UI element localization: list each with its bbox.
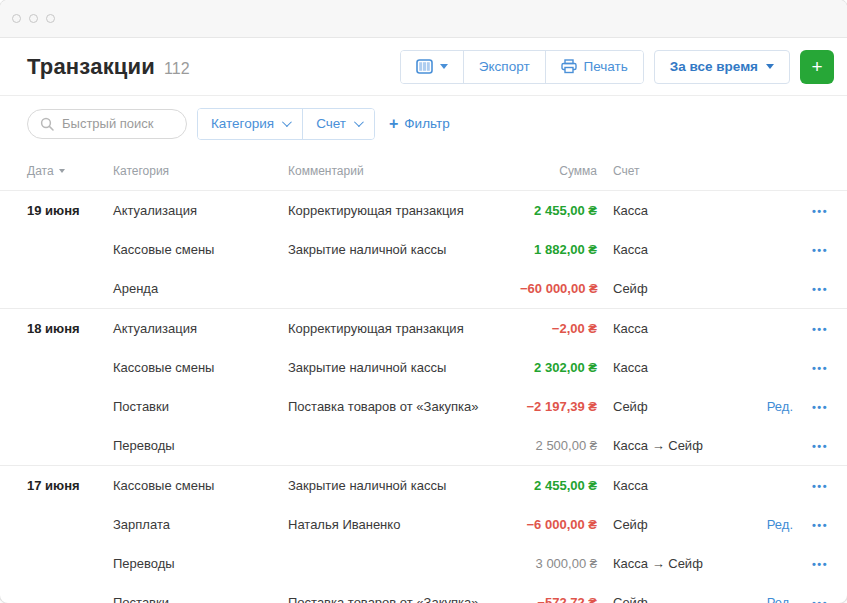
row-category: Поставки <box>113 595 288 603</box>
row-amount: 2 455,00 ₴ <box>520 203 597 218</box>
row-account: Касса <box>613 242 750 257</box>
search-box[interactable] <box>27 109 187 139</box>
add-filter-button[interactable]: + Фильтр <box>389 115 450 133</box>
row-amount: 1 882,00 ₴ <box>520 242 597 257</box>
row-comment: Корректирующая транзакция <box>288 203 520 218</box>
row-menu-button[interactable]: ••• <box>793 283 828 295</box>
row-category: Переводы <box>113 438 288 453</box>
row-category: Актуализация <box>113 321 288 336</box>
row-amount: 2 500,00 ₴ <box>520 438 597 453</box>
row-menu-button[interactable]: ••• <box>793 440 828 452</box>
transaction-row[interactable]: Кассовые сменыЗакрытие наличной кассы1 8… <box>0 230 847 269</box>
row-amount: 2 302,00 ₴ <box>520 360 597 375</box>
row-comment: Корректирующая транзакция <box>288 321 520 336</box>
row-menu-button[interactable]: ••• <box>793 597 828 603</box>
print-button[interactable]: Печать <box>546 51 643 83</box>
category-filter-dropdown[interactable]: Категория <box>198 109 303 139</box>
columns-settings-button[interactable] <box>401 51 464 83</box>
window-titlebar <box>0 0 847 38</box>
page-title: Транзакции <box>27 54 155 80</box>
row-account: Касса → Сейф <box>613 556 750 571</box>
row-date: 19 июня <box>27 203 113 218</box>
row-date: 17 июня <box>27 478 113 493</box>
row-amount: −6 000,00 ₴ <box>520 517 597 532</box>
row-account: Касса → Сейф <box>613 438 750 453</box>
row-category: Кассовые смены <box>113 242 288 257</box>
transaction-row[interactable]: ЗарплатаНаталья Иваненко−6 000,00 ₴СейфР… <box>0 505 847 544</box>
table-header-row: Дата Категория Комментарий Сумма Счет <box>0 151 847 191</box>
row-menu-button[interactable]: ••• <box>793 480 828 492</box>
row-amount: −60 000,00 ₴ <box>520 281 597 296</box>
plus-icon: + <box>811 57 822 76</box>
period-dropdown[interactable]: За все время <box>654 50 790 84</box>
row-account: Сейф <box>613 399 750 414</box>
search-input[interactable] <box>62 116 174 131</box>
transaction-row[interactable]: Переводы3 000,00 ₴Касса → Сейф••• <box>0 544 847 583</box>
filter-bar: Категория Счет + Фильтр <box>0 96 847 151</box>
transaction-row[interactable]: 19 июняАктуализацияКорректирующая транза… <box>0 191 847 230</box>
row-comment: Поставка товаров от «Закупка» <box>288 399 520 414</box>
row-comment: Наталья Иваненко <box>288 517 520 532</box>
row-date: 18 июня <box>27 321 113 336</box>
transaction-row[interactable]: 18 июняАктуализацияКорректирующая транза… <box>0 309 847 348</box>
row-menu-button[interactable]: ••• <box>793 323 828 335</box>
row-category: Зарплата <box>113 517 288 532</box>
row-category: Переводы <box>113 556 288 571</box>
column-header-amount[interactable]: Сумма <box>520 164 597 178</box>
row-amount: −2 197,39 ₴ <box>520 399 597 414</box>
row-account: Касса <box>613 321 750 336</box>
add-filter-label: Фильтр <box>404 116 449 131</box>
window-close-button[interactable] <box>12 14 21 23</box>
export-button[interactable]: Экспорт <box>464 51 546 83</box>
row-menu-button[interactable]: ••• <box>793 558 828 570</box>
window-maximize-button[interactable] <box>46 14 55 23</box>
row-amount: −572,72 ₴ <box>520 595 597 603</box>
toolbar-button-group: Экспорт Печать <box>400 50 644 84</box>
add-transaction-button[interactable]: + <box>800 50 834 84</box>
account-filter-dropdown[interactable]: Счет <box>303 109 374 139</box>
category-filter-label: Категория <box>211 116 274 131</box>
column-header-date[interactable]: Дата <box>27 164 113 178</box>
period-label: За все время <box>670 59 758 74</box>
account-filter-label: Счет <box>316 116 346 131</box>
transaction-row[interactable]: ПоставкиПоставка товаров от «Закупка»−57… <box>0 583 847 603</box>
window-minimize-button[interactable] <box>29 14 38 23</box>
row-menu-button[interactable]: ••• <box>793 244 828 256</box>
row-account: Касса <box>613 203 750 218</box>
row-amount: −2,00 ₴ <box>520 321 597 336</box>
row-menu-button[interactable]: ••• <box>793 362 828 374</box>
transaction-row[interactable]: Кассовые сменыЗакрытие наличной кассы2 3… <box>0 348 847 387</box>
row-comment: Закрытие наличной кассы <box>288 360 520 375</box>
transaction-row[interactable]: 17 июняКассовые сменыЗакрытие наличной к… <box>0 466 847 505</box>
transaction-row[interactable]: Переводы2 500,00 ₴Касса → Сейф••• <box>0 426 847 465</box>
row-menu-button[interactable]: ••• <box>793 519 828 531</box>
column-header-comment[interactable]: Комментарий <box>288 164 520 178</box>
row-category: Кассовые смены <box>113 478 288 493</box>
edit-link[interactable]: Ред. <box>750 595 793 603</box>
transaction-row[interactable]: Аренда−60 000,00 ₴Сейф••• <box>0 269 847 308</box>
row-comment: Закрытие наличной кассы <box>288 242 520 257</box>
print-label: Печать <box>584 59 628 74</box>
edit-link[interactable]: Ред. <box>750 517 793 532</box>
row-account: Касса <box>613 360 750 375</box>
app-window: Транзакции 112 <box>0 0 847 603</box>
plus-icon: + <box>389 115 398 133</box>
column-header-account[interactable]: Счет <box>613 164 750 178</box>
chevron-down-icon <box>354 117 364 127</box>
chevron-down-icon <box>766 64 774 69</box>
row-account: Сейф <box>613 595 750 603</box>
search-icon <box>40 117 54 131</box>
row-category: Аренда <box>113 281 288 296</box>
printer-icon <box>561 59 577 74</box>
transaction-row[interactable]: ПоставкиПоставка товаров от «Закупка»−2 … <box>0 387 847 426</box>
row-comment: Поставка товаров от «Закупка» <box>288 595 520 603</box>
row-menu-button[interactable]: ••• <box>793 401 828 413</box>
chevron-down-icon <box>282 117 292 127</box>
date-group: 18 июняАктуализацияКорректирующая транза… <box>0 309 847 466</box>
date-group: 17 июняКассовые сменыЗакрытие наличной к… <box>0 466 847 603</box>
toolbar: Экспорт Печать За вс <box>400 50 834 84</box>
filter-button-group: Категория Счет <box>197 108 375 140</box>
column-header-category[interactable]: Категория <box>113 164 288 178</box>
row-menu-button[interactable]: ••• <box>793 205 828 217</box>
edit-link[interactable]: Ред. <box>750 399 793 414</box>
